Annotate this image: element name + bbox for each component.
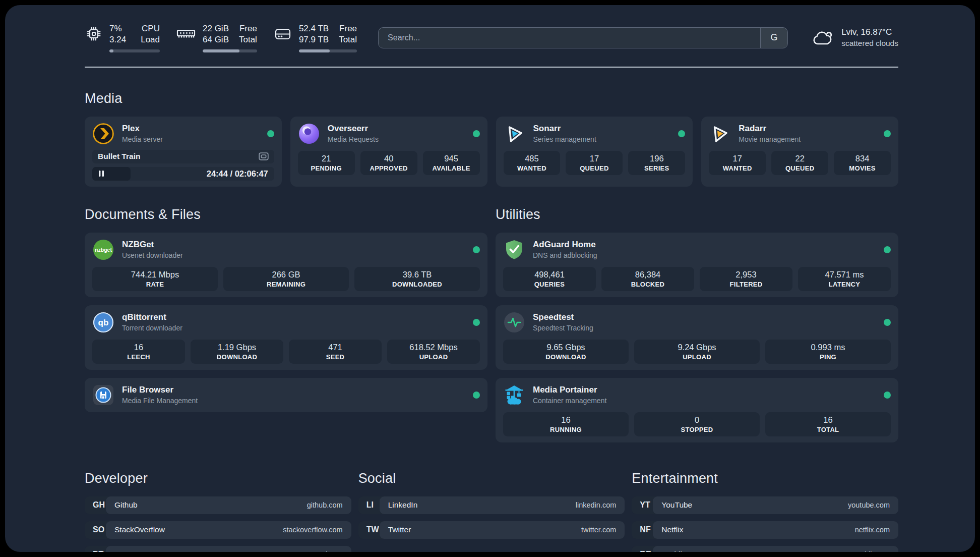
stat-latency: 47.571 ms LATENCY — [798, 267, 891, 291]
bookmark-bar[interactable]: StackOverflow stackoverflow.com — [106, 521, 351, 539]
ram-icon — [176, 25, 196, 43]
bookmark-twitter[interactable]: TW Twitter twitter.com — [358, 521, 625, 539]
status-dot-online — [884, 392, 891, 399]
filebrowser-icon — [92, 384, 114, 406]
middle-columns: Documents & Files nzbget NZBGet Usenet d… — [85, 187, 898, 442]
app-stats-row: 16 LEECH 1.19 Gbps DOWNLOAD 471 SEED 618… — [92, 340, 480, 364]
weather-condition: scattered clouds — [841, 39, 898, 48]
bookmark-dev[interactable]: DT DEV dev.to — [85, 546, 351, 552]
stat-queued: 17 QUEUED — [566, 151, 623, 175]
stat-value: 16 — [767, 415, 889, 425]
bookmark-url: reddit.com — [855, 550, 890, 552]
bookmark-url: linkedin.com — [576, 501, 617, 509]
cast-icon[interactable] — [259, 152, 269, 161]
app-card-portainer[interactable]: Media Portainer Container management 16 … — [496, 378, 898, 442]
app-card-filebrowser[interactable]: File Browser Media File Management — [85, 378, 487, 412]
section-utilities: Utilities AdGuard Home DNS and adblockin… — [496, 187, 898, 442]
stat-value: 1.19 Gbps — [193, 343, 281, 352]
stat-stopped: 0 STOPPED — [634, 412, 760, 436]
bookmark-bar[interactable]: Github github.com — [106, 496, 351, 514]
system-stat-labels: FreeTotal — [239, 23, 257, 46]
bookmark-bar[interactable]: Twitter twitter.com — [380, 521, 625, 539]
app-card-speedtest[interactable]: Speedtest Speedtest Tracking 9.65 Gbps D… — [496, 305, 898, 370]
bookmark-name: Netflix — [661, 525, 683, 534]
app-name: Overseerr — [328, 124, 379, 134]
section-documents: Documents & Files nzbget NZBGet Usenet d… — [85, 187, 487, 442]
search-bar[interactable]: G — [378, 27, 788, 48]
stat-available: 945 AVAILABLE — [423, 151, 480, 175]
app-card-plex[interactable]: Plex Media server Bullet Train 24:44 / 0… — [85, 117, 282, 187]
overseerr-icon — [298, 123, 320, 145]
app-card-adguard[interactable]: AdGuard Home DNS and adblocking 498,461 … — [496, 233, 898, 297]
stat-value: 498,461 — [505, 270, 594, 280]
stat-label: PING — [767, 353, 889, 361]
documents-card-stack: nzbget NZBGet Usenet downloader 744.21 M… — [85, 233, 487, 412]
stat-filtered: 2,953 FILTERED — [700, 267, 792, 291]
stat-label: QUEUED — [568, 164, 621, 172]
stat-value: 39.6 TB — [356, 270, 478, 280]
app-card-radarr[interactable]: Radarr Movie management 17 WANTED 22 QUE… — [701, 117, 898, 187]
system-stat-progressbar — [109, 49, 160, 52]
stat-label: MOVIES — [836, 164, 889, 172]
playback-progress-bar[interactable]: 24:44 / 02:06:47 — [92, 167, 274, 181]
app-name: Radarr — [739, 124, 801, 134]
stat-label: RUNNING — [505, 426, 627, 433]
stat-label: UPLOAD — [389, 353, 478, 361]
app-titles: qBittorrent Torrent downloader — [122, 312, 182, 332]
bookmark-stackoverflow[interactable]: SO StackOverflow stackoverflow.com — [85, 521, 351, 539]
section-title-utilities: Utilities — [496, 207, 898, 222]
radarr-icon — [709, 123, 731, 145]
stat-total: 16 TOTAL — [765, 412, 891, 436]
stat-value: 16 — [505, 415, 627, 425]
system-stat-progressbar — [299, 49, 357, 52]
app-card-overseerr[interactable]: Overseerr Media Requests 21 PENDING 40 A… — [290, 117, 487, 187]
stat-value: 0.993 ms — [767, 343, 889, 352]
bookmark-bar[interactable]: Netflix netflix.com — [653, 521, 898, 539]
stat-value: 485 — [506, 154, 559, 163]
status-dot-online — [678, 130, 685, 137]
bookmark-bar[interactable]: YouTube youtube.com — [653, 496, 898, 514]
stat-label: PENDING — [300, 164, 353, 172]
app-titles: Overseerr Media Requests — [328, 124, 379, 143]
search-provider-button[interactable]: G — [760, 28, 787, 48]
app-name: NZBGet — [122, 240, 183, 250]
stat-label: WANTED — [506, 164, 559, 172]
bookmark-bar[interactable]: LinkedIn linkedin.com — [380, 496, 625, 514]
stat-value: 16 — [94, 343, 183, 352]
app-description: Media Requests — [328, 135, 379, 143]
app-name: Plex — [122, 124, 163, 134]
stat-download: 9.65 Gbps DOWNLOAD — [503, 340, 629, 364]
app-card-sonarr[interactable]: Sonarr Series management 485 WANTED 17 Q… — [496, 117, 693, 187]
search-input[interactable] — [379, 28, 760, 48]
bookmark-github[interactable]: GH Github github.com — [85, 496, 351, 514]
stat-label: DOWNLOADED — [356, 281, 478, 288]
bookmark-bar[interactable]: Reddit reddit.com — [653, 546, 898, 552]
bookmark-url: twitter.com — [581, 526, 616, 534]
app-card-nzbget[interactable]: nzbget NZBGet Usenet downloader 744.21 M… — [85, 233, 487, 297]
app-stats-row: 16 RUNNING 0 STOPPED 16 TOTAL — [503, 412, 891, 436]
section-title-social: Social — [358, 471, 625, 486]
stat-series: 196 SERIES — [628, 151, 685, 175]
stat-approved: 40 APPROVED — [360, 151, 417, 175]
app-titles: Media Portainer Container management — [533, 385, 606, 405]
app-name: Media Portainer — [533, 385, 606, 395]
now-playing-row: Bullet Train — [92, 150, 274, 163]
bookmark-name: YouTube — [661, 500, 692, 510]
weather-widget: Lviv, 16.87°C scattered clouds — [811, 27, 898, 48]
bookmark-linkedin[interactable]: LI LinkedIn linkedin.com — [358, 496, 625, 514]
stat-label: UPLOAD — [636, 353, 758, 361]
app-card-qbittorrent[interactable]: qb qBittorrent Torrent downloader 16 LEE… — [85, 305, 487, 370]
bookmark-reddit[interactable]: RE Reddit reddit.com — [632, 546, 898, 552]
pause-icon[interactable] — [98, 170, 104, 177]
status-dot-online — [473, 392, 480, 399]
bookmark-group-entertainment: Entertainment YT YouTube youtube.com NF … — [632, 442, 898, 552]
bookmark-youtube[interactable]: YT YouTube youtube.com — [632, 496, 898, 514]
stat-leech: 16 LEECH — [92, 340, 185, 364]
bookmark-group-developer: Developer GH Github github.com SO StackO… — [85, 442, 351, 552]
stat-movies: 834 MOVIES — [834, 151, 891, 175]
bookmark-bar[interactable]: DEV dev.to — [106, 546, 351, 552]
bookmark-netflix[interactable]: NF Netflix netflix.com — [632, 521, 898, 539]
disk-icon — [273, 25, 292, 43]
system-stat-disk: 52.4 TB97.9 TB FreeTotal — [273, 23, 357, 52]
stat-value: 47.571 ms — [800, 270, 889, 280]
